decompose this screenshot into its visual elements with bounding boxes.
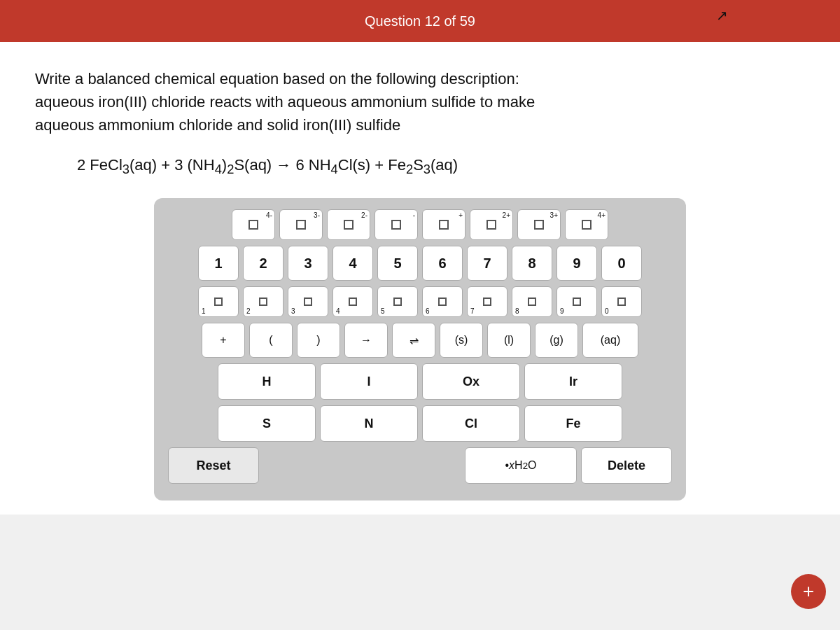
- plus-key[interactable]: +: [202, 323, 245, 358]
- arrow-key[interactable]: →: [344, 323, 388, 358]
- close-paren-key[interactable]: ): [297, 323, 340, 358]
- subnum-5-key[interactable]: 5: [377, 286, 418, 317]
- element-I-key[interactable]: I: [320, 363, 418, 400]
- cursor-icon: ↗: [716, 7, 728, 24]
- num-8-key[interactable]: 8: [512, 246, 552, 281]
- charge-4minus-key[interactable]: 4-: [232, 209, 275, 240]
- num-9-key[interactable]: 9: [556, 246, 597, 281]
- gas-key[interactable]: (g): [535, 323, 578, 358]
- element-Ox-key[interactable]: Ox: [422, 363, 520, 400]
- chemical-keyboard: 4- 3- 2- - + 2+ 3+ 4+: [154, 198, 686, 500]
- subnum-6-key[interactable]: 6: [422, 286, 463, 317]
- symbol-row: + ( ) → ⇌ (s) (l) (g) (aq): [168, 323, 672, 358]
- subnum-1-key[interactable]: 1: [198, 286, 239, 317]
- subnum-4-key[interactable]: 4: [332, 286, 373, 317]
- num-0-key[interactable]: 0: [601, 246, 642, 281]
- num-3-key[interactable]: 3: [288, 246, 328, 281]
- subnum-3-key[interactable]: 3: [288, 286, 328, 317]
- bottom-row: Reset • x H2O Delete: [168, 447, 672, 484]
- sub-number-row: 1 2 3 4 5 6 7 8 9: [168, 286, 672, 317]
- question-text: Write a balanced chemical equation based…: [35, 67, 805, 136]
- plus-circle-button[interactable]: +: [791, 574, 826, 609]
- num-2-key[interactable]: 2: [243, 246, 284, 281]
- water-key[interactable]: • x H2O: [465, 447, 577, 484]
- charge-plus-key[interactable]: +: [422, 209, 465, 240]
- charge-3minus-key[interactable]: 3-: [279, 209, 323, 240]
- top-bar: Question 12 of 59 ↗: [0, 0, 840, 42]
- num-6-key[interactable]: 6: [422, 246, 463, 281]
- subnum-9-key[interactable]: 9: [556, 286, 597, 317]
- equilibrium-key[interactable]: ⇌: [392, 323, 435, 358]
- charge-row: 4- 3- 2- - + 2+ 3+ 4+: [168, 209, 672, 240]
- charge-2minus-key[interactable]: 2-: [327, 209, 370, 240]
- liquid-key[interactable]: (l): [487, 323, 531, 358]
- reset-button[interactable]: Reset: [168, 447, 259, 484]
- charge-2plus-key[interactable]: 2+: [470, 209, 513, 240]
- solid-key[interactable]: (s): [440, 323, 483, 358]
- charge-3plus-key[interactable]: 3+: [517, 209, 561, 240]
- aqueous-key[interactable]: (aq): [582, 323, 638, 358]
- subnum-7-key[interactable]: 7: [467, 286, 507, 317]
- element-row-1: H I Ox Ir: [168, 363, 672, 400]
- equation-display: 2 FeCl3(aq) + 3 (NH4)2S(aq) → 6 NH4Cl(s)…: [77, 156, 805, 177]
- element-Fe-key[interactable]: Fe: [524, 405, 622, 442]
- element-N-key[interactable]: N: [320, 405, 418, 442]
- num-5-key[interactable]: 5: [377, 246, 418, 281]
- subnum-2-key[interactable]: 2: [243, 286, 284, 317]
- subnum-0-key[interactable]: 0: [601, 286, 642, 317]
- num-7-key[interactable]: 7: [467, 246, 507, 281]
- element-Ir-key[interactable]: Ir: [524, 363, 622, 400]
- charge-minus-key[interactable]: -: [374, 209, 418, 240]
- main-content: Write a balanced chemical equation based…: [0, 42, 840, 514]
- question-counter: Question 12 of 59: [365, 13, 475, 29]
- element-S-key[interactable]: S: [218, 405, 316, 442]
- charge-4plus-key[interactable]: 4+: [565, 209, 608, 240]
- num-1-key[interactable]: 1: [198, 246, 239, 281]
- open-paren-key[interactable]: (: [249, 323, 293, 358]
- element-Cl-key[interactable]: Cl: [422, 405, 520, 442]
- element-H-key[interactable]: H: [218, 363, 316, 400]
- number-row: 1 2 3 4 5 6 7 8 9 0: [168, 246, 672, 281]
- num-4-key[interactable]: 4: [332, 246, 373, 281]
- delete-button[interactable]: Delete: [581, 447, 672, 484]
- subnum-8-key[interactable]: 8: [512, 286, 552, 317]
- element-row-2: S N Cl Fe: [168, 405, 672, 442]
